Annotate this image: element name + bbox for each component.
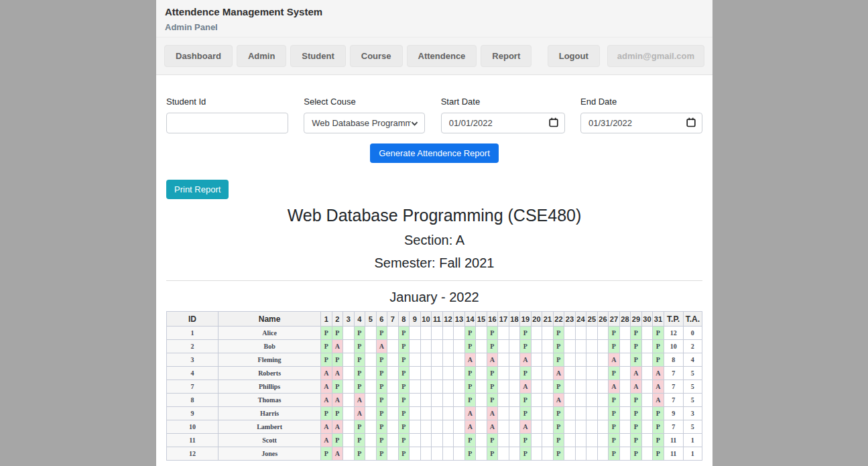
attendance-cell: P bbox=[321, 327, 332, 340]
nav-dashboard-button[interactable]: Dashboard bbox=[164, 45, 233, 67]
calendar-icon[interactable] bbox=[549, 117, 558, 129]
end-date-input[interactable]: 01/31/2022 bbox=[580, 113, 702, 133]
attendance-cell bbox=[597, 353, 609, 367]
attendance-cell: P bbox=[398, 420, 410, 434]
attendance-cell: P bbox=[332, 407, 343, 420]
nav-student-button[interactable]: Student bbox=[290, 45, 345, 67]
attendance-cell bbox=[420, 394, 432, 407]
total-present-cell: 9 bbox=[664, 407, 683, 420]
attendance-cell: P bbox=[464, 434, 476, 447]
attendance-cell bbox=[641, 380, 653, 394]
day-column-header: 15 bbox=[476, 312, 487, 327]
student-name-cell: Fleming bbox=[219, 353, 321, 367]
start-date-input[interactable]: 01/01/2022 bbox=[441, 113, 565, 133]
total-present-header: T.P. bbox=[664, 312, 683, 327]
total-absent-cell: 5 bbox=[683, 367, 702, 380]
attendance-cell bbox=[597, 340, 609, 353]
attendance-cell: P bbox=[376, 380, 387, 394]
attendance-cell bbox=[619, 380, 631, 394]
attendance-cell: P bbox=[376, 353, 387, 367]
attendance-cell bbox=[619, 353, 631, 367]
attendance-cell: P bbox=[609, 407, 620, 420]
student-id-cell: 3 bbox=[167, 353, 219, 367]
attendance-cell bbox=[542, 380, 554, 394]
total-absent-cell: 1 bbox=[683, 434, 702, 447]
nav-report-button[interactable]: Report bbox=[481, 45, 532, 67]
print-report-button[interactable]: Print Report bbox=[166, 180, 229, 199]
attendance-cell bbox=[619, 394, 631, 407]
attendance-cell: P bbox=[354, 340, 365, 353]
attendance-cell bbox=[442, 434, 454, 447]
attendance-cell: P bbox=[398, 380, 410, 394]
attendance-cell: A bbox=[553, 367, 564, 380]
course-select[interactable]: Web Database Programmin bbox=[304, 113, 425, 133]
attendance-cell bbox=[442, 327, 454, 340]
attendance-cell bbox=[343, 447, 355, 461]
nav-course-button[interactable]: Course bbox=[350, 45, 403, 67]
attendance-cell bbox=[542, 420, 554, 434]
nav-admin-button[interactable]: Admin bbox=[237, 45, 286, 67]
page-background: { "app": { "title": "Attendence Manageme… bbox=[0, 0, 868, 466]
attendance-cell bbox=[420, 380, 432, 394]
attendance-cell bbox=[564, 340, 576, 353]
attendance-cell bbox=[365, 367, 377, 380]
calendar-icon[interactable] bbox=[686, 117, 696, 129]
attendance-cell: P bbox=[520, 407, 532, 420]
attendance-cell bbox=[410, 327, 421, 340]
total-absent-cell: 2 bbox=[683, 340, 702, 353]
attendance-cell bbox=[586, 420, 598, 434]
student-id-cell: 10 bbox=[167, 420, 219, 434]
attendance-cell: A bbox=[321, 434, 332, 447]
attendance-cell: P bbox=[609, 447, 620, 461]
day-column-header: 11 bbox=[432, 312, 443, 327]
attendance-cell bbox=[343, 420, 355, 434]
attendance-cell: P bbox=[520, 327, 532, 340]
student-name-cell: Scott bbox=[219, 434, 321, 447]
attendance-cell bbox=[498, 394, 509, 407]
attendance-cell bbox=[542, 447, 554, 461]
attendance-cell bbox=[641, 420, 653, 434]
nav-attendence-button[interactable]: Attendence bbox=[407, 45, 477, 67]
attendance-cell: P bbox=[398, 407, 410, 420]
attendance-cell bbox=[432, 447, 443, 461]
attendance-cell: A bbox=[487, 420, 498, 434]
logout-button[interactable]: Logout bbox=[548, 45, 600, 67]
attendance-cell bbox=[442, 407, 454, 420]
total-present-cell: 8 bbox=[664, 353, 683, 367]
attendance-cell: P bbox=[653, 447, 664, 461]
student-id-input[interactable] bbox=[166, 113, 288, 133]
name-column-header: Name bbox=[219, 312, 321, 327]
day-column-header: 28 bbox=[619, 312, 631, 327]
attendance-cell: P bbox=[376, 447, 387, 461]
attendance-cell: P bbox=[520, 394, 532, 407]
attendance-cell: P bbox=[631, 327, 642, 340]
day-column-header: 7 bbox=[387, 312, 399, 327]
attendance-cell: P bbox=[631, 447, 642, 461]
attendance-cell bbox=[542, 367, 554, 380]
divider bbox=[166, 280, 702, 281]
attendance-cell bbox=[420, 420, 432, 434]
attendance-cell: P bbox=[653, 327, 664, 340]
attendance-cell bbox=[476, 327, 487, 340]
attendance-cell bbox=[619, 340, 631, 353]
day-column-header: 10 bbox=[420, 312, 432, 327]
attendance-cell bbox=[498, 407, 509, 420]
attendance-cell bbox=[597, 447, 609, 461]
day-column-header: 23 bbox=[564, 312, 576, 327]
total-present-cell: 12 bbox=[664, 327, 683, 340]
attendance-cell: P bbox=[487, 434, 498, 447]
navbar-right: Logout admin@gmail.com bbox=[548, 45, 704, 67]
student-id-cell: 2 bbox=[167, 340, 219, 353]
attendance-cell: A bbox=[487, 407, 498, 420]
table-row: 9HarrisPPAPPAAPPPPP93 bbox=[167, 407, 702, 420]
attendance-cell: A bbox=[653, 367, 664, 380]
attendance-cell bbox=[410, 340, 421, 353]
attendance-cell bbox=[365, 353, 377, 367]
attendance-cell bbox=[387, 367, 399, 380]
attendance-cell: P bbox=[464, 367, 476, 380]
student-id-field-group: Student Id bbox=[166, 97, 288, 133]
attendance-cell bbox=[531, 407, 542, 420]
attendance-cell bbox=[343, 394, 355, 407]
app-title: Attendence Management System bbox=[165, 6, 704, 17]
generate-report-button[interactable]: Generate Attendence Report bbox=[370, 143, 499, 163]
